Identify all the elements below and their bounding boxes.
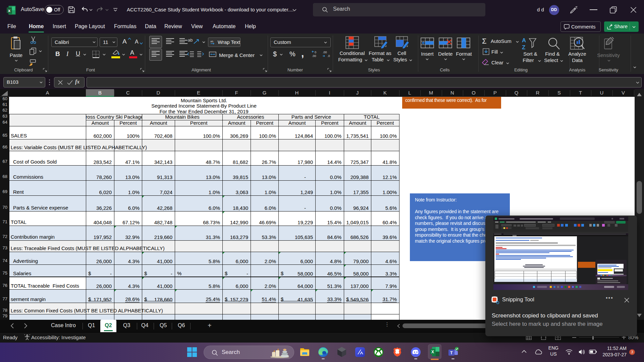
svg-text:.0: .0 [327, 54, 330, 58]
svg-text:.00: .00 [323, 51, 327, 54]
svg-text:x: x [8, 8, 11, 13]
svg-text:T: T [450, 351, 453, 355]
svg-text:X: X [431, 350, 434, 354]
svg-text:0: 0 [315, 51, 316, 54]
svg-text:Z: Z [522, 44, 525, 50]
svg-text:A: A [522, 37, 526, 44]
svg-text:.00: .00 [312, 54, 316, 58]
svg-text:ab: ab [210, 40, 213, 43]
